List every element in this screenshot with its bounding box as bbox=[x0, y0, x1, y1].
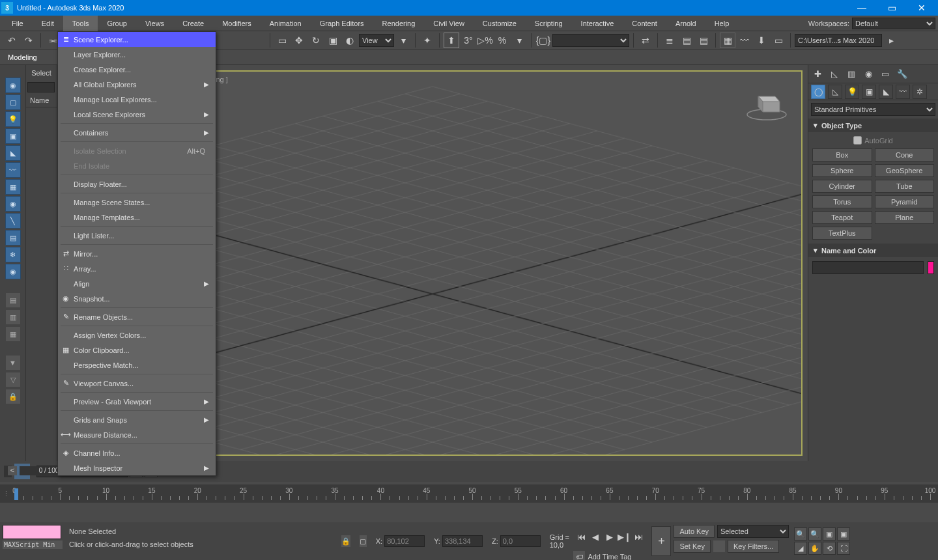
primitive-sphere[interactable]: Sphere bbox=[812, 164, 872, 177]
snaps-button[interactable]: ▾ bbox=[511, 33, 527, 48]
filter-2-icon[interactable]: ▥ bbox=[5, 309, 21, 325]
menu-edit[interactable]: Edit bbox=[33, 16, 63, 31]
frozen-icon[interactable]: ❄ bbox=[5, 247, 21, 262]
move-button[interactable]: ✥ bbox=[291, 33, 307, 48]
menuitem-channel-info[interactable]: ◈Channel Info... bbox=[58, 445, 216, 460]
subcategory-select[interactable]: Standard Primitives bbox=[811, 103, 935, 116]
menu-content[interactable]: Content bbox=[623, 16, 666, 31]
primitive-cone[interactable]: Cone bbox=[875, 148, 935, 161]
menuitem-manage-local-explorers[interactable]: Manage Local Explorers... bbox=[58, 92, 216, 107]
zoom-extents-icon[interactable]: ▣ bbox=[823, 527, 836, 540]
menu-tools[interactable]: Tools bbox=[63, 16, 98, 31]
primitive-pyramid[interactable]: Pyramid bbox=[875, 195, 935, 208]
coord-y-input[interactable] bbox=[442, 535, 483, 547]
isolate-icon[interactable]: ▢ bbox=[360, 535, 367, 547]
menuitem-mirror[interactable]: ⇄Mirror... bbox=[58, 246, 216, 261]
rotate-button[interactable]: ↻ bbox=[308, 33, 324, 48]
viewcube-icon[interactable] bbox=[744, 83, 789, 122]
menu-arnold[interactable]: Arnold bbox=[666, 16, 705, 31]
lights-cat-icon[interactable]: 💡 bbox=[845, 85, 859, 99]
path-field[interactable] bbox=[795, 34, 882, 47]
time-slider-head[interactable] bbox=[14, 488, 18, 500]
name-column-header[interactable]: Name bbox=[26, 94, 57, 107]
systems-cat-icon[interactable]: ✲ bbox=[913, 85, 927, 99]
group-icon[interactable]: ▦ bbox=[5, 179, 21, 195]
undo-button[interactable]: ↶ bbox=[4, 33, 20, 48]
spinner-snap-button[interactable]: % bbox=[494, 33, 510, 48]
prev-frame-button[interactable]: ◀ bbox=[589, 530, 602, 543]
maxscript-listener[interactable]: MAXScript Min bbox=[3, 540, 63, 549]
primitive-tube[interactable]: Tube bbox=[875, 180, 935, 193]
shapes-cat-icon[interactable]: ◺ bbox=[828, 85, 842, 99]
motion-tab-icon[interactable]: ◉ bbox=[862, 68, 875, 81]
layers-button[interactable]: ▤ bbox=[679, 33, 694, 48]
menuitem-rename-objects[interactable]: ✎Rename Objects... bbox=[58, 309, 216, 324]
fov-icon[interactable]: ◢ bbox=[794, 542, 807, 555]
pan-icon[interactable]: ✋ bbox=[808, 542, 821, 555]
zoom-all-icon[interactable]: 🔍 bbox=[808, 527, 821, 540]
refcoord-select[interactable]: View bbox=[359, 34, 394, 47]
object-type-rollout[interactable]: ▾Object Type bbox=[808, 119, 938, 132]
maximize-viewport-icon[interactable]: ⛶ bbox=[837, 542, 850, 555]
menu-create[interactable]: Create bbox=[173, 16, 213, 31]
menuitem-local-scene-explorers[interactable]: Local Scene Explorers▶ bbox=[58, 107, 216, 122]
menuitem-scene-explorer[interactable]: ≣Scene Explorer... bbox=[58, 32, 216, 47]
camera-icon[interactable]: ▣ bbox=[5, 128, 21, 144]
orbit-icon[interactable]: ⟲ bbox=[823, 542, 836, 555]
menu-views[interactable]: Views bbox=[136, 16, 173, 31]
hidden-icon[interactable]: ◉ bbox=[5, 264, 21, 279]
primitive-teapot[interactable]: Teapot bbox=[812, 211, 872, 224]
menuitem-grids-and-snaps[interactable]: Grids and Snaps▶ bbox=[58, 412, 216, 427]
menu-file[interactable]: File bbox=[3, 16, 33, 31]
set-key-big-button[interactable]: + bbox=[651, 526, 671, 556]
object-name-input[interactable] bbox=[812, 261, 924, 274]
display-tab-icon[interactable]: ▭ bbox=[879, 68, 892, 81]
light-icon[interactable]: 💡 bbox=[5, 111, 21, 127]
menuitem-perspective-match[interactable]: Perspective Match... bbox=[58, 357, 216, 372]
menuitem-mesh-inspector[interactable]: Mesh Inspector▶ bbox=[58, 460, 216, 475]
spacewarps-cat-icon[interactable]: 〰 bbox=[896, 85, 910, 99]
zoom-extents-all-icon[interactable]: ▣ bbox=[837, 527, 850, 540]
primitive-textplus[interactable]: TextPlus bbox=[812, 227, 872, 240]
redo-button[interactable]: ↷ bbox=[21, 33, 36, 48]
primitive-plane[interactable]: Plane bbox=[875, 211, 935, 224]
hierarchy-tab-icon[interactable]: ▥ bbox=[845, 68, 858, 81]
render-setup-button[interactable]: ⬇ bbox=[754, 33, 769, 48]
menuitem-align[interactable]: Align▶ bbox=[58, 276, 216, 291]
range-start-button[interactable]: < bbox=[8, 466, 17, 475]
menuitem-containers[interactable]: Containers▶ bbox=[58, 125, 216, 140]
menuitem-snapshot[interactable]: ◉Snapshot... bbox=[58, 291, 216, 306]
menu-graph-editors[interactable]: Graph Editors bbox=[311, 16, 373, 31]
mirror-tb-button[interactable]: ⇄ bbox=[638, 33, 653, 48]
cameras-cat-icon[interactable]: ▣ bbox=[862, 85, 876, 99]
menuitem-color-clipboard[interactable]: ▦Color Clipboard... bbox=[58, 343, 216, 357]
menuitem-crease-explorer[interactable]: Crease Explorer... bbox=[58, 62, 216, 77]
menu-rendering[interactable]: Rendering bbox=[373, 16, 425, 31]
key-mode-icon[interactable] bbox=[713, 540, 725, 552]
minimize-button[interactable]: — bbox=[847, 0, 877, 16]
ribbon-modeling[interactable]: Modeling bbox=[8, 53, 37, 61]
goto-start-button[interactable]: ⏮ bbox=[575, 530, 588, 543]
menuitem-layer-explorer[interactable]: Layer Explorer... bbox=[58, 47, 216, 62]
snap-toggle[interactable]: ⬆ bbox=[444, 33, 459, 48]
lock-filter-icon[interactable]: 🔒 bbox=[5, 389, 21, 404]
angle-snap-button[interactable]: 3° bbox=[461, 33, 476, 48]
funnel2-icon[interactable]: ▽ bbox=[5, 372, 21, 387]
key-target-select[interactable]: Selected bbox=[717, 525, 789, 538]
percent-snap-button[interactable]: ▷% bbox=[477, 33, 493, 48]
coord-z-input[interactable] bbox=[500, 535, 541, 547]
menuitem-array[interactable]: ∷Array... bbox=[58, 261, 216, 276]
menuitem-measure-distance[interactable]: ⟷Measure Distance... bbox=[58, 427, 216, 442]
zoom-icon[interactable]: 🔍 bbox=[794, 527, 807, 540]
menuitem-viewport-canvas[interactable]: ✎Viewport Canvas... bbox=[58, 376, 216, 391]
align-tb-button[interactable]: ≣ bbox=[662, 33, 677, 48]
add-time-tag-label[interactable]: Add Time Tag bbox=[588, 553, 631, 560]
select-search-input[interactable] bbox=[27, 82, 55, 92]
select-button[interactable]: ▭ bbox=[274, 33, 290, 48]
play-button[interactable]: ▶ bbox=[603, 530, 616, 543]
curve-editor-button[interactable]: ▤ bbox=[696, 33, 711, 48]
goto-end-button[interactable]: ⏭ bbox=[632, 530, 645, 543]
menuitem-display-floater[interactable]: Display Floater... bbox=[58, 176, 216, 191]
menu-scripting[interactable]: Scripting bbox=[526, 16, 572, 31]
menuitem-light-lister[interactable]: Light Lister... bbox=[58, 228, 216, 243]
